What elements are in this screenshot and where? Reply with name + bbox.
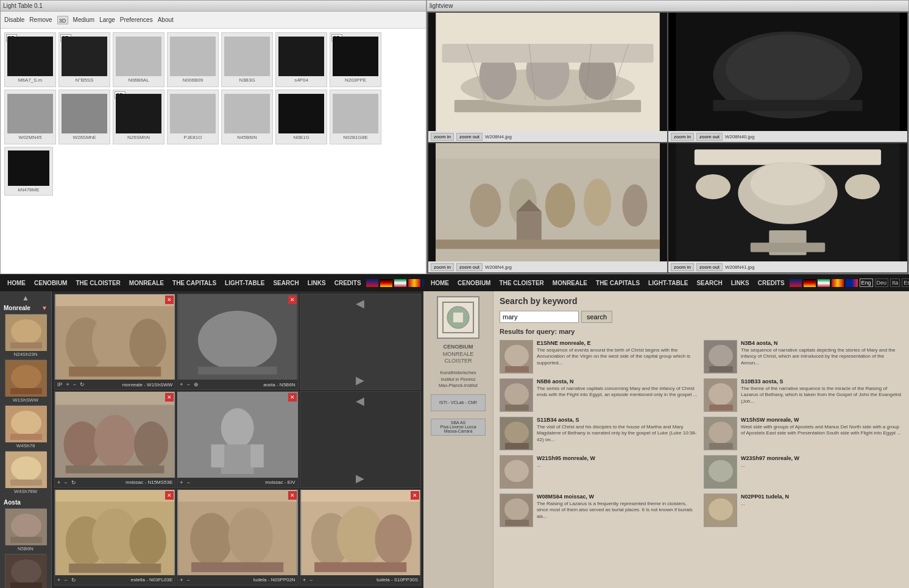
lv-zoom-in-tr[interactable]: zoom in xyxy=(671,133,694,141)
result-thumb-8[interactable] xyxy=(500,494,533,527)
lt-cell-7[interactable]: W02MN45 xyxy=(4,90,56,144)
cl-close-2[interactable]: ✕ xyxy=(165,393,174,402)
cl-btn-plus-0[interactable]: + xyxy=(65,381,71,388)
lt-cell-2[interactable]: N06B6AL xyxy=(113,32,164,87)
cl-thumb-N5B6N[interactable] xyxy=(5,508,46,545)
cl-nav-search[interactable]: SEARCH xyxy=(269,278,302,288)
cl-btn-minus-4[interactable]: − xyxy=(63,577,68,583)
cl-close-6[interactable]: ✕ xyxy=(411,491,419,500)
cl-btn-minus-6[interactable]: − xyxy=(308,577,314,583)
cl-close-4[interactable]: ✕ xyxy=(165,491,174,500)
cr-flag-deu[interactable]: Deu xyxy=(875,278,889,287)
cl-scroll-up[interactable]: ▲ xyxy=(1,294,50,302)
result-thumb-4[interactable] xyxy=(500,417,533,450)
result-title-1[interactable]: N3B4 aosta, N xyxy=(741,340,903,346)
cl-btn-ip-0[interactable]: IP xyxy=(56,381,64,388)
result-thumb-5[interactable] xyxy=(704,417,737,450)
cl-nav-cloister[interactable]: THE CLOISTER xyxy=(72,278,124,288)
cl-btn-plus-5[interactable]: + xyxy=(179,577,184,583)
cl-nav-home[interactable]: HOME xyxy=(4,278,29,288)
cl-thumb-N24Sh23N[interactable] xyxy=(5,314,46,350)
cl-nav-cenobium[interactable]: CENOBIUM xyxy=(30,278,71,288)
result-title-8[interactable]: W08MS64 moissac, W xyxy=(537,494,699,500)
lt-cell-12[interactable]: N0B1G xyxy=(275,90,327,144)
cl-nav-credits[interactable]: CREDITS xyxy=(331,278,365,288)
cr-nav-credits[interactable]: CREDITS xyxy=(754,278,788,288)
result-thumb-7[interactable] xyxy=(704,455,737,489)
cl-group-expand[interactable]: ▼ xyxy=(41,305,48,311)
cl-btn-minus-0[interactable]: − xyxy=(72,381,77,388)
result-thumb-6[interactable] xyxy=(500,455,533,489)
cl-btn-plus-2[interactable]: + xyxy=(56,480,62,486)
lv-zoom-out-tr[interactable]: zoom out xyxy=(696,133,723,141)
lt-tool-medium[interactable]: Medium xyxy=(73,16,95,23)
cl-btn-zoom-1[interactable]: ⊕ xyxy=(193,381,200,388)
cr-nav-capitals[interactable]: THE CAPITALS xyxy=(592,278,643,288)
result-title-9[interactable]: N02PP01 tudela, N xyxy=(741,494,903,500)
lt-cell-8[interactable]: W26SMhE xyxy=(58,90,110,144)
cr-nav-lighttable[interactable]: LIGHT-TABLE xyxy=(645,278,691,288)
cl-thumb-W4Sh78W[interactable] xyxy=(5,451,46,487)
lt-cell-11[interactable]: N45B6IN xyxy=(221,90,273,144)
cl-btn-plus-1[interactable]: + xyxy=(179,381,184,388)
cl-close-3[interactable]: ✕ xyxy=(288,393,297,402)
cl-scroll-bottom[interactable]: ▶ xyxy=(356,374,364,387)
lt-cell-0[interactable]: 3D M6A7_S.m xyxy=(4,32,56,87)
cl-nav-monreale[interactable]: MONREALE xyxy=(126,278,168,288)
result-thumb-1[interactable] xyxy=(704,340,737,374)
lt-tool-disable[interactable]: Disable xyxy=(4,16,24,23)
result-title-6[interactable]: W21Sh95 monreale, W xyxy=(537,455,699,461)
result-title-7[interactable]: W23Sh97 monreale, W xyxy=(741,455,903,461)
cl-btn-rotate-4[interactable]: ↻ xyxy=(70,577,77,583)
result-title-3[interactable]: S10B33 aosta, S xyxy=(741,378,903,384)
cr-flag-esp[interactable]: Esp xyxy=(902,278,909,287)
lt-cell-9[interactable]: 3D N26SMhN xyxy=(113,90,164,144)
result-title-4[interactable]: S11B34 aosta, S xyxy=(537,417,699,423)
search-button[interactable]: search xyxy=(581,311,612,323)
lt-cell-6[interactable]: 3D N203PPE xyxy=(330,32,381,87)
lt-cell-5[interactable]: s4P04 xyxy=(275,32,327,87)
cl-close-0[interactable]: ✕ xyxy=(165,296,174,304)
lt-tool-3d[interactable]: 3D xyxy=(57,16,68,24)
lt-cell-14[interactable]: kN478ME xyxy=(4,147,53,196)
cl-btn-rotate-0[interactable]: ↻ xyxy=(79,381,86,388)
lt-cell-13[interactable]: N02B1G8E xyxy=(330,90,381,144)
lt-cell-1[interactable]: 3D N°B5SS xyxy=(58,32,110,87)
cl-thumb-W1ShSWW[interactable] xyxy=(5,360,46,396)
lv-zoom-in-tl[interactable]: zoom in xyxy=(431,133,454,141)
lv-zoom-in-bl[interactable]: zoom in xyxy=(431,263,454,271)
result-thumb-3[interactable] xyxy=(704,378,737,412)
cl-scroll2-bottom[interactable]: ▶ xyxy=(356,472,364,485)
cl-close-1[interactable]: ✕ xyxy=(288,296,297,304)
lv-zoom-in-br[interactable]: zoom in xyxy=(671,263,694,271)
lv-zoom-out-bl[interactable]: zoom out xyxy=(456,263,483,271)
cl-btn-minus-3[interactable]: − xyxy=(186,480,191,486)
cl-btn-minus-2[interactable]: − xyxy=(63,480,68,486)
cr-flag-eng[interactable]: Eng xyxy=(860,278,873,287)
result-thumb-2[interactable] xyxy=(500,378,533,412)
search-input[interactable] xyxy=(500,311,579,323)
lt-tool-prefs[interactable]: Preferences xyxy=(120,16,153,23)
cl-scroll-top[interactable]: ◀ xyxy=(356,297,364,310)
cl-btn-minus-5[interactable]: − xyxy=(186,577,191,583)
result-title-0[interactable]: E1ShNE monreale, E xyxy=(537,340,699,346)
cl-btn-plus-3[interactable]: + xyxy=(179,480,184,486)
cr-flag-ita[interactable]: Ita xyxy=(890,278,900,287)
lv-zoom-out-tl[interactable]: zoom out xyxy=(456,133,483,141)
result-title-2[interactable]: N5B6 aosta, N xyxy=(537,378,699,384)
cl-nav-lighttable[interactable]: LIGHT-TABLE xyxy=(221,278,268,288)
cr-nav-monreale[interactable]: MONREALE xyxy=(549,278,591,288)
cr-nav-cenobium[interactable]: CENOBIUM xyxy=(454,278,494,288)
lt-cell-10[interactable]: PJE81O xyxy=(167,90,219,144)
cl-btn-plus-6[interactable]: + xyxy=(302,577,307,583)
cr-nav-search[interactable]: SEARCH xyxy=(693,278,726,288)
lv-zoom-out-br[interactable]: zoom out xyxy=(696,263,723,271)
cr-nav-cloister[interactable]: THE CLOISTER xyxy=(495,278,547,288)
lt-cell-4[interactable]: N3B3G xyxy=(221,32,273,87)
cl-close-5[interactable]: ✕ xyxy=(288,491,297,500)
result-thumb-0[interactable] xyxy=(500,340,533,374)
lt-tool-remove[interactable]: Remove xyxy=(29,16,52,23)
lt-tool-about[interactable]: About xyxy=(158,16,174,23)
cl-thumb-N788[interactable] xyxy=(5,554,46,588)
result-title-5[interactable]: W1ShSW monreale, W xyxy=(741,417,903,423)
